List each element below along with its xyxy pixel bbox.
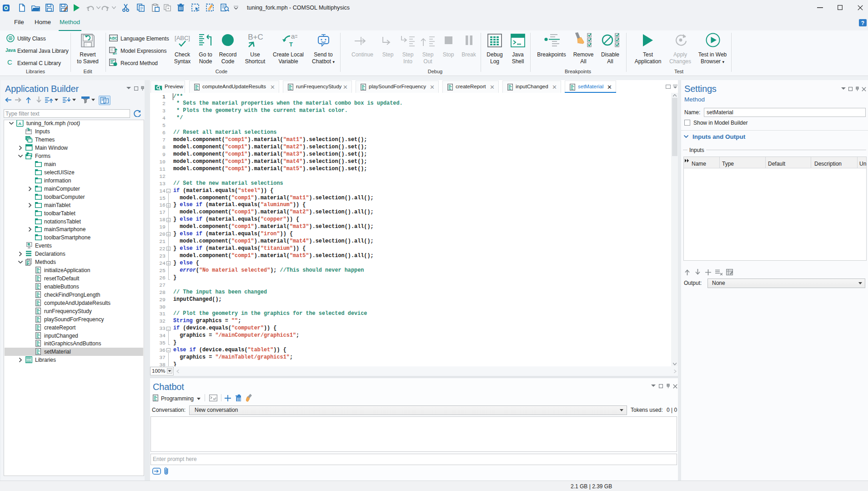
svg-text:ABC: ABC [109, 36, 117, 40]
svg-text:A: A [18, 121, 21, 126]
svg-text:?: ? [861, 20, 864, 26]
svg-text:a=: a= [113, 51, 117, 55]
